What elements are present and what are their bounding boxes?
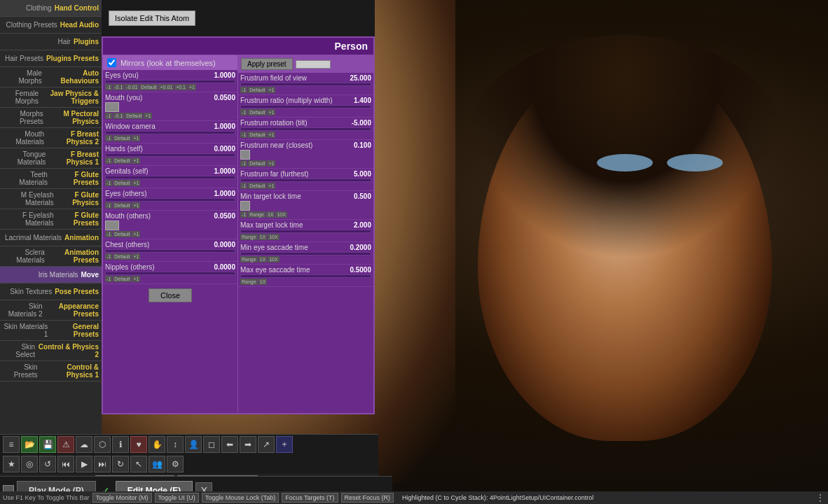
slider-eyes-you[interactable] (105, 80, 235, 83)
slider-max-lock-time[interactable] (240, 230, 371, 233)
toolbar-scene-btn[interactable]: ⬡ (94, 436, 111, 453)
sidebar-item-m-pectoral[interactable]: Morphs Presets M Pectoral Physics (0, 108, 102, 128)
toolbar-cloud-btn[interactable]: ☁ (76, 436, 92, 453)
btn-frt-p1[interactable]: +1 (267, 132, 275, 138)
slider-genitals-self[interactable] (105, 176, 235, 179)
btn-eyes-you-m01[interactable]: -0.1 (113, 84, 124, 90)
btn-eyes-you-p001[interactable]: +0.01 (158, 84, 174, 90)
toolbar-prev-btn[interactable]: ⏮ (57, 456, 74, 472)
btn-co-m1[interactable]: -1 (105, 253, 112, 260)
btn-ff-default[interactable]: Default (248, 183, 266, 189)
btn-eo-p1[interactable]: +1 (132, 202, 140, 209)
btn-eo-m1[interactable]: -1 (105, 202, 112, 209)
btn-fn-default[interactable]: Default (248, 160, 266, 167)
btn-eyes-you-p01[interactable]: +0.1 (174, 84, 187, 90)
btn-mouth-you-p1[interactable]: +1 (144, 113, 152, 119)
btn-mes-10x[interactable]: 10X (268, 256, 279, 262)
toolbar-target-btn[interactable]: ◎ (21, 456, 38, 472)
sidebar-item-general-presets[interactable]: Skin Materials 1 General Presets (0, 321, 102, 341)
btn-no-p1[interactable]: +1 (132, 276, 140, 282)
sidebar-item-control-physics-2[interactable]: Skin Select Control & Physics 2 (0, 341, 102, 361)
btn-frt-default[interactable]: Default (248, 132, 266, 138)
sidebar-item-appearance-presets[interactable]: Skin Materials 2 Appearance Presets (0, 300, 102, 321)
sidebar-item-pose-presets[interactable]: Skin Textures Pose Presets (0, 284, 102, 300)
toolbar-loop-btn[interactable]: ↻ (112, 456, 129, 472)
toolbar-add-btn[interactable]: + (276, 436, 293, 453)
slider-max-saccade[interactable] (240, 274, 371, 278)
sidebar-item-f-glute-physics[interactable]: M Eyelash Materials F Glute Physics (0, 189, 102, 209)
sidebar-item-control-physics-1[interactable]: Skin Presets Control & Physics 1 (0, 361, 102, 382)
slider-min-saccade[interactable] (240, 252, 371, 255)
btn-mlt-p1[interactable]: 1X (266, 211, 275, 218)
btn-gs-m1[interactable]: -1 (105, 180, 112, 186)
mirrors-checkbox[interactable] (107, 58, 116, 67)
btn-mo-default[interactable]: Default (113, 231, 131, 237)
toolbar-person-btn[interactable]: 👤 (185, 436, 202, 453)
btn-gs-default[interactable]: Default (113, 180, 131, 186)
toolbar-star-btn[interactable]: ★ (3, 456, 20, 472)
toolbar-save-btn[interactable]: 💾 (39, 436, 56, 453)
toolbar-refresh-btn[interactable]: ↺ (39, 456, 56, 472)
btn-wc-p1[interactable]: +1 (132, 135, 140, 141)
toolbar-cursor2-btn[interactable]: ↖ (130, 456, 147, 472)
btn-no-m1[interactable]: -1 (105, 276, 112, 282)
toolbar-info-btn[interactable]: ℹ (112, 436, 129, 453)
toolbar-back-btn[interactable]: ⬅ (221, 436, 238, 453)
slider-frustrum-rotation[interactable] (240, 127, 371, 131)
toolbar-next-btn[interactable]: ⏭ (94, 456, 111, 472)
close-button[interactable]: Close (149, 288, 192, 302)
btn-frt-m1[interactable]: -1 (240, 132, 247, 138)
btn-mes-default[interactable]: Range (240, 256, 258, 262)
btn-eyes-you-m001[interactable]: -0.01 (125, 84, 139, 90)
btn-mlt-p10[interactable]: 10X (275, 211, 287, 218)
sidebar-item-hand-control[interactable]: Clothing Hand Control (0, 0, 102, 17)
btn-mlt-m1[interactable]: -1 (240, 211, 247, 218)
toolbar-box-btn[interactable]: ◻ (203, 436, 220, 453)
btn-maxes-1x[interactable]: 1X (258, 279, 268, 285)
btn-fn-p1[interactable]: +1 (267, 160, 275, 167)
toolbar-error-btn[interactable]: ⚠ (57, 436, 74, 453)
btn-eyes-you-p1[interactable]: +1 (188, 84, 196, 90)
btn-fr-m1[interactable]: -1 (240, 109, 247, 115)
btn-mlt-default[interactable]: Range (248, 211, 265, 218)
sidebar-item-jaw-physics[interactable]: Female Morphs Jaw Physics & Triggers (0, 88, 102, 108)
btn-fov-default[interactable]: Default (248, 87, 266, 93)
isolate-edit-button[interactable]: Isolate Edit This Atom (109, 10, 195, 26)
btn-maxes-default[interactable]: Range (240, 279, 258, 285)
sidebar-item-auto-behaviours[interactable]: Male Morphs Auto Behaviours (0, 67, 102, 88)
toolbar-resize-btn[interactable]: ↕ (167, 436, 184, 453)
sidebar-item-f-glute-presets[interactable]: Teeth Materials F Glute Presets (0, 169, 102, 189)
btn-fov-p1[interactable]: +1 (267, 87, 275, 93)
slider-frustrum-ratio[interactable] (240, 105, 371, 108)
toolbar-open-btn[interactable]: 📂 (21, 436, 38, 453)
slider-window-camera[interactable] (105, 131, 235, 134)
sidebar-item-f-breast-2[interactable]: Mouth Materials F Breast Physics 2 (0, 128, 102, 148)
slider-frustrum-far[interactable] (240, 178, 371, 182)
btn-eo-default[interactable]: Default (113, 202, 131, 209)
btn-hs-m1[interactable]: -1 (105, 158, 112, 164)
btn-mouth-you-default[interactable]: Default (125, 113, 143, 119)
btn-fn-m1[interactable]: -1 (240, 160, 247, 167)
toggle-monitor-button[interactable]: Toggle Monitor (M) (92, 493, 152, 503)
toolbar-play-btn[interactable]: ▶ (76, 456, 92, 472)
btn-maxlt-1x[interactable]: 1X (258, 234, 268, 240)
btn-ff-p1[interactable]: +1 (267, 183, 275, 189)
btn-hs-p1[interactable]: +1 (132, 158, 140, 164)
toolbar-menu-btn[interactable]: ≡ (3, 436, 20, 453)
btn-wc-default[interactable]: Default (113, 135, 131, 141)
slider-chest-others[interactable] (105, 249, 235, 253)
sidebar-item-f-glute-presets2[interactable]: F Eyelash Materials F Glute Presets (0, 209, 102, 230)
btn-mo-m1[interactable]: -1 (105, 231, 112, 237)
btn-mo-p1[interactable]: +1 (132, 231, 140, 237)
btn-maxlt-default[interactable]: Range (240, 234, 258, 240)
btn-maxlt-10x[interactable]: 10X (268, 234, 279, 240)
slider-hands-self[interactable] (105, 153, 235, 157)
btn-fr-p1[interactable]: +1 (267, 109, 275, 115)
sidebar-item-f-breast-1[interactable]: Tongue Materials F Breast Physics 1 (0, 148, 102, 169)
sidebar-item-animation-presets[interactable]: Sclera Materials Animation Presets (0, 246, 102, 267)
btn-hs-default[interactable]: Default (113, 158, 131, 164)
btn-eyes-you-m1[interactable]: -1 (105, 84, 112, 90)
toolbar-settings-btn[interactable]: ⚙ (167, 456, 184, 472)
reset-focus-button[interactable]: Reset Focus (R) (341, 493, 394, 503)
slider-nipples-others[interactable] (105, 272, 235, 275)
